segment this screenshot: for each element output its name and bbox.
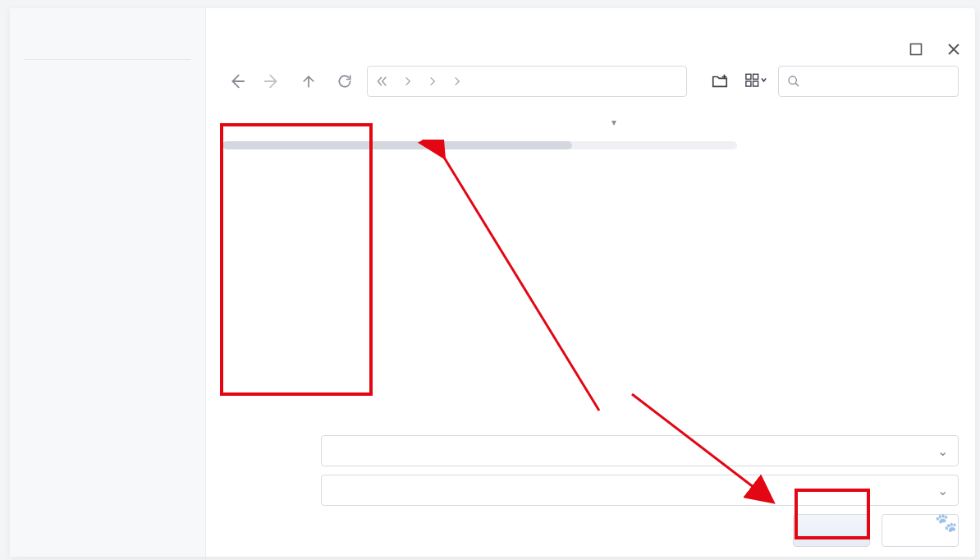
- main-panel: ▾ ⌄ ⌄: [206, 8, 975, 557]
- new-folder-button[interactable]: [706, 67, 734, 95]
- back-button[interactable]: [222, 67, 250, 95]
- svg-rect-2: [753, 74, 758, 79]
- chevron-left-double-icon: [374, 74, 389, 89]
- chevron-right-icon: [402, 76, 414, 87]
- dialog-title: [10, 20, 205, 49]
- sidebar-separator: [25, 59, 190, 60]
- svg-rect-3: [746, 81, 751, 86]
- breadcrumb[interactable]: [367, 66, 687, 97]
- search-icon: [787, 75, 800, 88]
- col-name-header[interactable]: ▾: [222, 117, 633, 128]
- view-mode-button[interactable]: [742, 67, 770, 95]
- open-button[interactable]: [793, 514, 870, 547]
- filename-input[interactable]: ⌄: [321, 435, 959, 466]
- chevron-right-icon: [451, 76, 463, 87]
- chevron-down-icon: ⌄: [937, 443, 948, 459]
- column-headers: ▾: [222, 108, 959, 136]
- search-input[interactable]: [805, 75, 950, 89]
- close-button[interactable]: [942, 38, 965, 61]
- search-box[interactable]: [778, 66, 959, 97]
- horizontal-scrollbar[interactable]: [222, 141, 737, 149]
- sort-indicator-icon: ▾: [611, 117, 616, 128]
- cancel-button[interactable]: [882, 514, 959, 547]
- svg-rect-4: [753, 81, 758, 86]
- forward-button[interactable]: [259, 67, 286, 95]
- svg-rect-1: [746, 74, 751, 79]
- refresh-button[interactable]: [331, 67, 359, 95]
- toolbar: [206, 8, 975, 108]
- up-button[interactable]: [295, 67, 323, 95]
- maximize-button[interactable]: [904, 38, 927, 61]
- sidebar: [10, 8, 206, 557]
- svg-point-5: [789, 76, 796, 84]
- chevron-down-icon: ⌄: [937, 483, 948, 498]
- chevron-right-icon: [427, 76, 438, 87]
- svg-rect-0: [911, 44, 922, 55]
- filetype-select[interactable]: ⌄: [321, 475, 959, 506]
